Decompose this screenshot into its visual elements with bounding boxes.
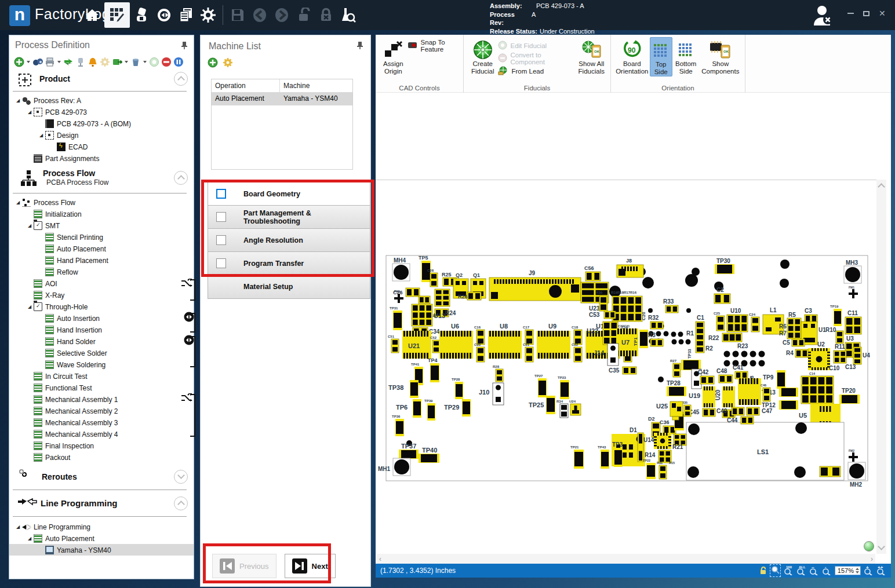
expander-icon[interactable]: ◢ — [14, 200, 22, 205]
tree-item-design[interactable]: ◢Design — [9, 129, 194, 141]
zoom-level-spinner[interactable]: 157% — [835, 566, 861, 575]
find-icon[interactable] — [32, 57, 43, 67]
machine-table-header[interactable]: Operation Machine — [212, 79, 352, 93]
tree-item-functional-test[interactable]: Functional Test — [9, 382, 194, 393]
tree-item-wave-soldering[interactable]: Wave Soldering — [9, 359, 194, 370]
board-orientation-button[interactable]: 90 Board Orientation — [614, 37, 650, 75]
tree-item-auto-placement[interactable]: Auto Placement — [9, 243, 194, 254]
collapse-line-programming-button[interactable] — [174, 496, 188, 510]
add-dropdown-caret[interactable] — [27, 61, 30, 63]
zoom-out-icon[interactable]: - — [822, 565, 832, 577]
close-button[interactable]: ✕ — [879, 10, 886, 16]
zoom-spinner-arrows[interactable] — [856, 568, 859, 574]
user-account-icon[interactable] — [810, 3, 835, 29]
home-icon[interactable] — [82, 3, 102, 27]
tree-item-process-rev-a[interactable]: ◢Process Rev: A — [9, 94, 194, 106]
export-dropdown-caret[interactable] — [125, 61, 128, 63]
tree-item-ecad[interactable]: ECAD — [9, 141, 194, 152]
line-programming-section-header[interactable]: Line Programming — [9, 494, 194, 515]
stop-icon[interactable] — [161, 57, 172, 67]
vertical-scrollbar[interactable] — [876, 180, 886, 554]
tree-item-auto-placement[interactable]: ◢Auto Placement — [9, 532, 194, 544]
tree-item-hand-solder[interactable]: Hand Solder — [9, 335, 194, 347]
zoom-in-double-icon[interactable]: ++ — [876, 565, 887, 577]
inspect-search-icon[interactable] — [338, 3, 358, 27]
assign-origin-button[interactable]: Assign Origin — [379, 37, 408, 75]
expander-icon[interactable]: ◢ — [37, 133, 45, 138]
tree-item-packout[interactable]: Packout — [9, 451, 194, 463]
expander-icon[interactable]: ◢ — [14, 98, 22, 103]
collapse-process-flow-button[interactable] — [174, 171, 188, 185]
column-operation[interactable]: Operation — [212, 79, 280, 92]
product-section-header[interactable]: Product — [9, 71, 194, 92]
add-icon[interactable] — [14, 57, 24, 67]
zoom-100-icon[interactable]: 100 — [784, 565, 794, 577]
tree-item-reflow[interactable]: Reflow — [9, 266, 194, 277]
tree-item-smt[interactable]: ◢SMT — [9, 220, 194, 231]
tree-item-in-circuit-test[interactable]: In Circuit Test — [9, 370, 194, 382]
pin-icon[interactable] — [181, 41, 188, 52]
documents-icon[interactable] — [176, 3, 196, 27]
tree-item-mechanical-assembly-1[interactable]: Mechanical Assembly 1 — [9, 393, 194, 405]
expander-icon[interactable]: ◢ — [14, 524, 22, 529]
pause-icon[interactable] — [173, 57, 184, 67]
tree-item-hand-insertion[interactable]: Hand Insertion — [9, 324, 194, 335]
minimize-button[interactable] — [847, 13, 854, 14]
tree-item-aoi[interactable]: AOI — [9, 277, 194, 289]
tree-item-mechanical-assembly-4[interactable]: Mechanical Assembly 4 — [9, 428, 194, 440]
machine-table-row[interactable]: Auto PlacementYamaha - YSM40 — [212, 93, 352, 105]
print-dropdown-caret[interactable] — [57, 61, 61, 63]
tree-item-mechanical-assembly-3[interactable]: Mechanical Assembly 3 — [9, 417, 194, 428]
tree-item-process-flow[interactable]: ◢Process Flow — [9, 196, 194, 208]
scroll-up-arrow[interactable] — [878, 183, 885, 191]
tree-item-line-programming[interactable]: ◢Line Programming — [9, 521, 194, 532]
zoom-in-icon[interactable]: + — [864, 565, 874, 577]
process-flow-section-header[interactable]: Process Flow PCBA Process Flow — [9, 169, 194, 189]
column-machine[interactable]: Machine — [280, 79, 313, 92]
show-components-button[interactable]: OK Show Components — [700, 37, 741, 75]
horizontal-scrollbar[interactable]: ‹› — [377, 554, 875, 564]
collapse-product-button[interactable] — [174, 72, 188, 86]
create-fiducial-button[interactable]: Create Fiducial — [467, 37, 498, 75]
transfer-icon[interactable] — [63, 57, 74, 67]
station-icon[interactable] — [75, 57, 86, 67]
reroutes-section-header[interactable]: Reroutes — [9, 468, 194, 488]
export-icon[interactable] — [112, 57, 122, 67]
bottom-side-button[interactable]: Bottom Side — [672, 37, 700, 75]
pcb-canvas[interactable]: J9J8MH4TP5C28R25Q2Q1R26C56U23C26FM0R24C2… — [376, 180, 876, 554]
tree-item-pcb-429-073[interactable]: ◢PCB 429-073 — [9, 106, 194, 118]
top-side-button[interactable]: Top Side — [650, 37, 672, 76]
pin-icon[interactable] — [356, 41, 363, 52]
expander-icon[interactable]: ◢ — [26, 109, 34, 115]
zoom-out-double-icon[interactable]: -- — [809, 565, 819, 577]
settings-gear-icon[interactable] — [198, 3, 218, 27]
snap-to-feature-button[interactable]: Snap To Feature — [408, 39, 460, 52]
print-icon[interactable] — [45, 57, 55, 67]
show-all-fiducials-button[interactable]: OK Show All Fiducials — [576, 37, 607, 75]
scroll-right-arrow[interactable]: › — [871, 555, 873, 563]
tree-item-mechanical-assembly-2[interactable]: Mechanical Assembly 2 — [9, 405, 194, 417]
scroll-down-arrow[interactable] — [878, 543, 885, 550]
tree-item-auto-insertion[interactable]: Auto Insertion — [9, 312, 194, 324]
tree-item-part-assignments[interactable]: Part Assignments — [9, 152, 194, 164]
expander-icon[interactable]: ◢ — [26, 223, 34, 228]
delete-icon[interactable] — [130, 57, 141, 67]
tree-item-through-hole[interactable]: ◢Through-Hole — [9, 301, 194, 312]
sync-icon[interactable] — [154, 3, 174, 27]
zoom-lock-icon[interactable] — [759, 565, 767, 576]
materials-icon[interactable] — [132, 3, 152, 27]
delete-dropdown-caret[interactable] — [143, 61, 147, 63]
zoom-all-icon[interactable]: ALL — [796, 565, 806, 577]
maximize-button[interactable] — [863, 11, 869, 16]
tree-item-initialization[interactable]: Initialization — [9, 208, 194, 220]
scroll-left-arrow[interactable]: ‹ — [379, 555, 381, 563]
bell-icon[interactable] — [88, 57, 98, 67]
tree-item-yamaha-ysm40[interactable]: Yamaha - YSM40 — [9, 544, 194, 556]
expander-icon[interactable]: ◢ — [26, 304, 34, 309]
canvas-overview-button[interactable] — [864, 541, 874, 552]
expander-icon[interactable]: ◢ — [26, 536, 34, 541]
pcb-board-drawing[interactable]: J9J8MH4TP5C28R25Q2Q1R26C56U23C26FM0R24C2… — [376, 180, 876, 554]
expand-reroutes-button[interactable] — [174, 470, 188, 484]
tree-item-selective-solder[interactable]: Selective Solder — [9, 347, 194, 359]
tree-item-pcb-429-073-a-bom-[interactable]: PCB 429-073 - A (BOM) — [9, 118, 194, 129]
